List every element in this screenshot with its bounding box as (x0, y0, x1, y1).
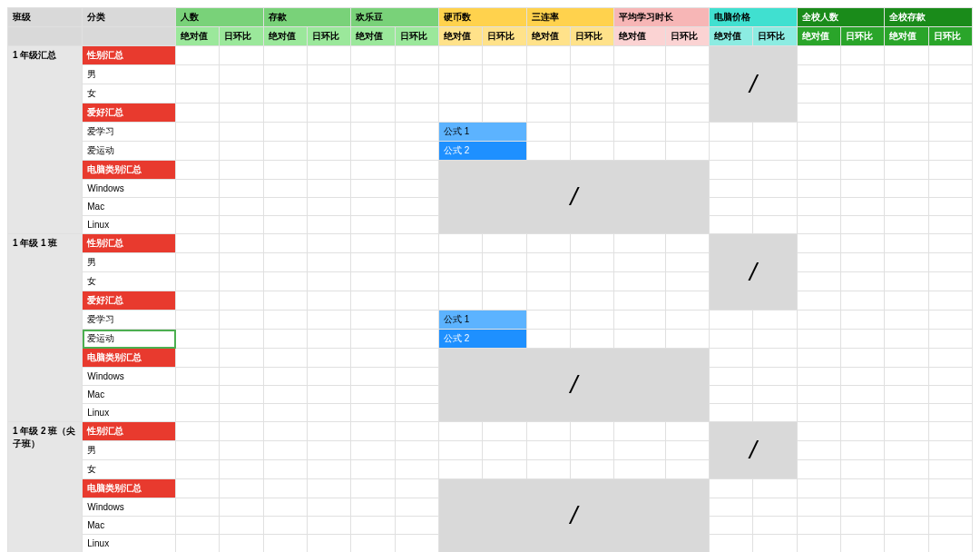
data-cell[interactable] (614, 460, 666, 479)
data-cell[interactable] (526, 142, 570, 161)
data-cell[interactable] (263, 330, 307, 349)
data-cell[interactable] (438, 441, 482, 460)
data-cell[interactable] (438, 65, 482, 84)
category-label[interactable]: Linux (83, 404, 176, 422)
data-cell[interactable] (570, 234, 613, 253)
data-cell[interactable] (614, 253, 666, 272)
data-cell[interactable] (797, 479, 840, 498)
data-cell[interactable] (307, 404, 350, 422)
data-cell[interactable] (570, 460, 613, 479)
data-cell[interactable] (928, 441, 972, 460)
data-cell[interactable] (840, 498, 884, 517)
data-cell[interactable] (665, 441, 709, 460)
data-cell[interactable] (885, 368, 928, 386)
data-cell[interactable] (176, 441, 220, 460)
data-cell[interactable] (797, 368, 840, 386)
data-cell[interactable] (753, 498, 797, 517)
data-cell[interactable] (614, 330, 666, 349)
data-cell[interactable] (351, 517, 395, 535)
data-cell[interactable] (710, 479, 753, 498)
data-cell[interactable] (263, 84, 307, 104)
data-cell[interactable] (395, 460, 438, 479)
data-cell[interactable] (840, 291, 884, 310)
data-cell[interactable] (526, 46, 570, 65)
data-cell[interactable] (395, 404, 438, 422)
data-cell[interactable] (570, 330, 613, 349)
data-cell[interactable] (220, 291, 263, 310)
data-cell[interactable] (395, 161, 438, 180)
data-cell[interactable] (395, 46, 438, 65)
data-cell[interactable] (176, 46, 220, 65)
data-cell[interactable] (797, 460, 840, 479)
category-label[interactable]: 爱好汇总 (83, 104, 176, 123)
data-cell[interactable] (395, 253, 438, 272)
data-cell[interactable] (220, 517, 263, 535)
category-label[interactable]: Mac (83, 198, 176, 216)
data-cell[interactable] (885, 479, 928, 498)
category-label[interactable]: 性别汇总 (83, 46, 176, 65)
data-cell[interactable] (176, 535, 220, 553)
data-cell[interactable] (263, 479, 307, 498)
data-cell[interactable] (526, 422, 570, 441)
data-cell[interactable] (614, 84, 666, 104)
data-cell[interactable] (526, 65, 570, 84)
data-cell[interactable] (438, 234, 482, 253)
data-cell[interactable] (483, 460, 526, 479)
data-cell[interactable] (797, 123, 840, 142)
data-cell[interactable] (710, 310, 753, 330)
data-cell[interactable] (840, 104, 884, 123)
data-cell[interactable] (885, 330, 928, 349)
data-cell[interactable] (220, 479, 263, 498)
data-cell[interactable] (307, 330, 350, 349)
data-cell[interactable] (351, 479, 395, 498)
data-cell[interactable] (570, 104, 613, 123)
data-cell[interactable] (307, 234, 350, 253)
data-cell[interactable] (928, 142, 972, 161)
category-label[interactable]: 电脑类别汇总 (83, 161, 176, 180)
data-cell[interactable] (351, 142, 395, 161)
data-cell[interactable] (351, 234, 395, 253)
data-cell[interactable] (176, 498, 220, 517)
data-cell[interactable] (176, 216, 220, 234)
data-cell[interactable] (753, 404, 797, 422)
data-cell[interactable] (307, 368, 350, 386)
data-cell[interactable] (438, 84, 482, 104)
data-cell[interactable] (307, 422, 350, 441)
data-cell[interactable] (351, 161, 395, 180)
data-cell[interactable] (797, 46, 840, 65)
data-cell[interactable] (526, 234, 570, 253)
data-cell[interactable] (928, 216, 972, 234)
data-cell[interactable] (840, 460, 884, 479)
data-cell[interactable] (307, 498, 350, 517)
data-cell[interactable] (395, 479, 438, 498)
data-cell[interactable] (263, 180, 307, 198)
data-cell[interactable] (438, 253, 482, 272)
data-cell[interactable] (176, 272, 220, 291)
data-cell[interactable] (614, 46, 666, 65)
data-cell[interactable] (614, 422, 666, 441)
data-cell[interactable] (395, 123, 438, 142)
data-cell[interactable] (928, 253, 972, 272)
data-cell[interactable] (307, 46, 350, 65)
data-cell[interactable] (710, 349, 753, 368)
data-cell[interactable] (220, 161, 263, 180)
data-cell[interactable] (395, 291, 438, 310)
data-cell[interactable] (176, 404, 220, 422)
data-cell[interactable] (176, 180, 220, 198)
data-cell[interactable] (710, 535, 753, 553)
data-cell[interactable] (665, 253, 709, 272)
data-cell[interactable] (351, 198, 395, 216)
data-cell[interactable] (263, 517, 307, 535)
category-label[interactable]: 电脑类别汇总 (83, 349, 176, 368)
data-cell[interactable] (753, 479, 797, 498)
data-cell[interactable] (928, 180, 972, 198)
data-cell[interactable] (220, 216, 263, 234)
data-cell[interactable] (665, 65, 709, 84)
data-cell[interactable] (263, 310, 307, 330)
data-cell[interactable] (220, 349, 263, 368)
category-label[interactable]: 男 (83, 441, 176, 460)
data-cell[interactable] (840, 404, 884, 422)
data-cell[interactable] (263, 422, 307, 441)
category-label[interactable]: 爱学习 (83, 310, 176, 330)
data-cell[interactable] (928, 498, 972, 517)
